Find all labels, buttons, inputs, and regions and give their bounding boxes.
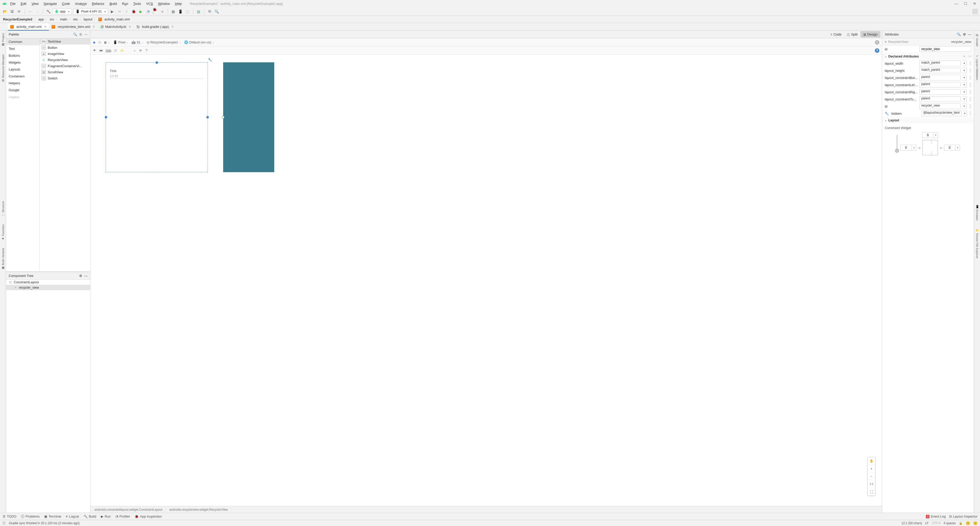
rail-emulator[interactable]: 📱Emulator	[975, 205, 979, 221]
infer-constraints-icon[interactable]: ✨	[120, 49, 124, 53]
sync-icon[interactable]: ⟳	[16, 9, 22, 14]
search-icon[interactable]: 🔍	[957, 32, 961, 36]
menu-build[interactable]: Build	[108, 1, 119, 6]
tools-wrench-icon[interactable]: 🔧	[208, 58, 212, 62]
crumb[interactable]: src	[50, 18, 54, 21]
open-icon[interactable]: 📂	[2, 9, 8, 14]
palette-category[interactable]: Legacy	[6, 94, 39, 100]
spring-right-icon[interactable]: ⟛	[939, 146, 942, 150]
orientation-icon[interactable]: ◇	[99, 40, 101, 44]
debug-button[interactable]: 🐞	[131, 9, 137, 14]
palette-item[interactable]: AbTextView	[40, 38, 90, 45]
crumb[interactable]: res	[73, 18, 78, 21]
file-encoding[interactable]: UTF-8	[932, 521, 940, 525]
user-avatar[interactable]	[972, 9, 978, 14]
menu-navigate[interactable]: Navigate	[41, 1, 59, 6]
attr-flag[interactable]	[969, 75, 971, 80]
tool-app-inspection[interactable]: 🐞App Inspection	[135, 515, 162, 518]
tool-problems[interactable]: ⓘProblems	[21, 514, 40, 519]
menu-view[interactable]: View	[29, 1, 41, 6]
dropdown-icon[interactable]: ▾	[956, 145, 960, 150]
hammer-icon[interactable]: 🔨	[45, 9, 51, 14]
back-icon[interactable]: ←	[27, 9, 33, 14]
attr-value[interactable]: match_parent	[920, 61, 961, 66]
lock-icon[interactable]: 🔒	[959, 521, 963, 525]
menu-file[interactable]: File	[8, 1, 18, 6]
zoom-out-button[interactable]: −	[868, 473, 875, 480]
menu-code[interactable]: Code	[60, 1, 72, 6]
declared-attributes-header[interactable]: ⌄ Declared Attributes ＋—	[882, 53, 974, 60]
menu-analyze[interactable]: Analyze	[73, 1, 89, 6]
event-log[interactable]: 2Event Log	[926, 515, 946, 518]
search-icon[interactable]: 🔍	[73, 32, 77, 36]
layout-section-header[interactable]: ⌄ Layout	[882, 117, 974, 123]
minimize-button[interactable]: —	[954, 2, 959, 6]
zoom-fit-button[interactable]: 1:1	[868, 480, 875, 488]
save-icon[interactable]: 🖫	[9, 9, 15, 14]
warnings-icon[interactable]: !	[875, 40, 880, 45]
palette-item[interactable]: ▭Button	[40, 45, 90, 51]
attr-value[interactable]: parent	[920, 89, 961, 95]
device-select[interactable]: 📱 Pixel	[113, 40, 129, 44]
cursor-position[interactable]: 12:1 (50 chars)	[901, 521, 922, 525]
palette-category[interactable]: Widgets	[6, 59, 39, 66]
default-margin[interactable]: 0dp	[106, 49, 111, 53]
rail-favorites[interactable]: ★Favorites	[1, 224, 5, 241]
dropdown-icon[interactable]: ▾	[962, 68, 967, 73]
rail-layout-validation[interactable]: ✓Layout Validation	[975, 54, 979, 80]
rail-resource-manager[interactable]: ⊞Resource Manager	[1, 54, 5, 82]
indent-setting[interactable]: 4 spaces	[943, 521, 956, 525]
margin-right-input[interactable]	[944, 145, 956, 150]
close-tab-icon[interactable]: ✕	[129, 25, 131, 29]
minimize-icon[interactable]: —	[84, 32, 88, 36]
zoom-in-button[interactable]: +	[868, 465, 875, 473]
attr-flag[interactable]	[969, 111, 971, 116]
coverage-icon[interactable]: ▶̣	[138, 9, 144, 14]
resize-handle[interactable]	[105, 116, 107, 118]
attr-flag[interactable]	[969, 104, 971, 108]
crumb[interactable]: activity_main.xml	[105, 18, 130, 21]
zoom-frame-button[interactable]: ⛶	[868, 488, 875, 496]
menu-help[interactable]: Help	[173, 1, 184, 6]
attach-debugger-icon[interactable]: 🐞⁺	[153, 9, 158, 14]
margin-top-input[interactable]	[922, 132, 934, 138]
tool-logcat[interactable]: ≡Logcat	[65, 515, 79, 518]
dropdown-icon[interactable]: ▾	[934, 132, 938, 138]
feedback-bad-icon[interactable]: 🙁	[973, 521, 977, 525]
apply-code-icon[interactable]: ≡	[124, 9, 129, 14]
sdk-manager-icon[interactable]: ⬚	[185, 9, 191, 14]
palette-category[interactable]: Containers	[6, 73, 39, 80]
palette-item[interactable]: ▲ImageView	[40, 51, 90, 57]
resource-manager-icon[interactable]: ▤	[196, 9, 202, 14]
search-everywhere-icon[interactable]: 🔍	[214, 9, 220, 14]
menu-window[interactable]: Window	[156, 1, 172, 6]
menu-run[interactable]: Run	[120, 1, 130, 6]
tool-profiler[interactable]: ◔Profiler	[115, 515, 130, 518]
api-select[interactable]: 🤖 31	[132, 40, 143, 44]
crumb[interactable]: layout	[83, 18, 92, 21]
attr-id-input[interactable]	[920, 46, 971, 52]
maximize-button[interactable]: ☐	[963, 2, 968, 6]
tool-run[interactable]: ▶Run	[101, 515, 111, 518]
surface-select-icon[interactable]: ◆	[93, 40, 95, 44]
remove-attr-icon[interactable]: —	[968, 54, 971, 59]
close-tab-icon[interactable]: ✕	[93, 25, 95, 29]
design-canvas[interactable]: 🔧 Title 12:42 ✋ + −	[91, 55, 882, 506]
close-button[interactable]: ✕	[972, 2, 977, 6]
dropdown-icon[interactable]: ▾	[912, 145, 916, 150]
locale-select[interactable]: 🌐 Default (en-us)	[184, 40, 214, 44]
clear-constraints-icon[interactable]: ✕ͯ	[115, 49, 117, 53]
feedback-good-icon[interactable]: 🙂	[966, 521, 970, 525]
avd-manager-icon[interactable]: ▦	[170, 9, 176, 14]
layout-inspector-toolbar-icon[interactable]: ⧉	[207, 9, 212, 14]
dropdown-icon[interactable]: ▾	[962, 61, 967, 66]
rail-device-file-explorer[interactable]: 📁Device File Explorer	[975, 228, 979, 258]
margin-left-input[interactable]	[900, 145, 912, 150]
constraint-box[interactable]: ⋮ ⋮	[923, 140, 938, 155]
add-attr-icon[interactable]: ＋	[963, 54, 966, 59]
pan-button[interactable]: ✋	[868, 457, 875, 465]
view-mode-code[interactable]: ≡Code	[827, 31, 844, 38]
attr-value[interactable]: match_parent	[920, 68, 961, 73]
palette-category[interactable]: Google	[6, 87, 39, 94]
minimize-icon[interactable]: —	[968, 32, 971, 36]
